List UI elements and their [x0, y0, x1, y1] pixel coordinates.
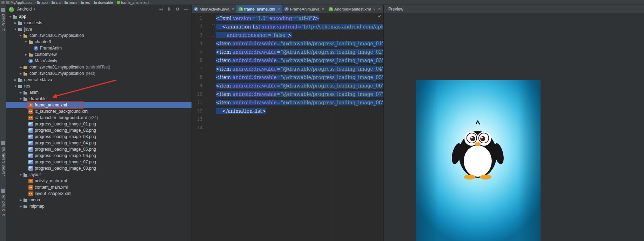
tree-item[interactable]: progress_loading_image_07.png [6, 159, 192, 165]
tree-item[interactable]: ▶customview [6, 51, 192, 58]
tree-item[interactable]: ▶mipmap [6, 203, 192, 209]
breadcrumb-item[interactable]: drawable [94, 0, 113, 5]
close-icon[interactable]: × [277, 7, 280, 11]
xml-file-icon [28, 116, 33, 120]
tree-item[interactable]: ▼com.lzw.cha01.myapplication [6, 32, 192, 39]
code-line[interactable]: 5<item android:drawable="@drawable/progr… [192, 48, 383, 56]
tree-item[interactable]: ▼drawable [6, 96, 192, 102]
breadcrumb-separator: › [35, 1, 36, 4]
breadcrumb-label: frame_anime.xml [121, 0, 149, 5]
project-view-selector[interactable]: Android [17, 7, 32, 12]
settings-icon[interactable]: ⚙ [175, 5, 179, 13]
editor-tab[interactable]: AndroidManifest.xml× [327, 5, 375, 13]
tab-list-icon[interactable]: ≡ [375, 5, 383, 13]
collapse-icon[interactable]: ▼ [24, 40, 28, 44]
expand-icon[interactable]: ▶ [24, 53, 28, 56]
code-line[interactable]: 14 [192, 124, 383, 132]
locate-file-icon[interactable]: ◎ [159, 5, 163, 13]
tree-item[interactable]: layout_chaper3.xml [6, 190, 192, 197]
expand-icon[interactable]: ▶ [18, 72, 23, 75]
close-icon[interactable]: × [232, 7, 234, 11]
tree-item[interactable]: ic_launcher_foreground.xml(v24) [6, 115, 192, 121]
expand-icon[interactable]: ▶ [18, 205, 23, 208]
code-token: android:drawable [233, 58, 277, 63]
tree-item-label: progress_loading_image_01.png [35, 122, 96, 126]
collapse-icon[interactable]: ▼ [18, 34, 23, 37]
collapse-icon[interactable]: ▼ [13, 85, 18, 88]
tree-item-label: com.lzw.cha01.myapplication [29, 71, 84, 76]
android-file-icon [117, 1, 120, 4]
tree-item[interactable]: progress_loading_image_01.png [6, 121, 192, 127]
breadcrumb-item[interactable]: MyApplication [6, 0, 33, 5]
breadcrumb-item[interactable]: app [37, 0, 48, 5]
code-line[interactable]: 13 [192, 115, 383, 124]
code-line[interactable]: 4<item android:drawable="@drawable/progr… [192, 39, 383, 48]
breadcrumb-item[interactable]: main [65, 0, 77, 5]
fold-range-marker[interactable] [212, 24, 215, 37]
editor-tab[interactable]: frame_anime.xml× [236, 5, 282, 13]
tool-window-button[interactable]: 2: Structure [1, 187, 5, 217]
tree-item[interactable]: ▶anim [6, 89, 192, 96]
tree-item[interactable]: ▼java [6, 26, 192, 32]
tree-item[interactable]: MainActivity [6, 58, 192, 64]
code-editor[interactable]: 1<?xml version="1.0" encoding="utf-8"?>2… [192, 13, 383, 241]
package-icon [23, 71, 28, 76]
folder-gen-icon [18, 78, 22, 82]
code-line[interactable]: 9<item android:drawable="@drawable/progr… [192, 82, 383, 90]
tree-item[interactable]: ic_launcher_background.xml [6, 108, 192, 115]
expand-icon[interactable]: ▶ [13, 21, 18, 25]
expand-icon[interactable]: ▶ [18, 91, 23, 94]
tree-item-label: layout_chaper3.xml [35, 191, 71, 196]
editor-tab[interactable]: FrameAnim.java× [282, 5, 327, 13]
expand-icon[interactable]: ▶ [18, 198, 23, 202]
collapse-icon[interactable]: ▼ [18, 97, 23, 100]
expand-icon[interactable]: ▶ [13, 78, 18, 82]
code-token: ="utf-8" [292, 15, 313, 21]
tree-item[interactable]: content_main.xml [6, 184, 192, 190]
close-icon[interactable]: × [322, 7, 324, 11]
tool-window-button[interactable]: Layout Captures [1, 139, 5, 178]
hide-panel-icon[interactable]: — [184, 5, 188, 13]
tree-item[interactable]: ▼app [6, 13, 192, 20]
collapse-icon[interactable]: ▼ [18, 173, 23, 176]
tree-item[interactable]: ▶menu [6, 197, 192, 203]
tree-item[interactable]: ▶generatedJava [6, 77, 192, 83]
collapse-icon[interactable]: ▼ [13, 28, 18, 31]
code-line[interactable]: 2 <animation-list xmlns:android="http://… [192, 22, 383, 31]
tree-item[interactable]: frame_anime.xml [6, 102, 192, 108]
tree-item-label: customview [35, 52, 57, 57]
tree-item[interactable]: progress_loading_image_08.png [6, 165, 192, 171]
tree-item[interactable]: FrameAnim [6, 45, 192, 51]
code-line[interactable]: 6<item android:drawable="@drawable/progr… [192, 56, 383, 65]
chevron-down-icon[interactable]: ▾ [33, 7, 35, 11]
code-line[interactable]: 1<?xml version="1.0" encoding="utf-8"?> [192, 14, 383, 22]
tree-item[interactable]: progress_loading_image_02.png [6, 127, 192, 133]
tree-item[interactable]: ▶com.lzw.cha01.myapplication(test) [6, 70, 192, 77]
breadcrumb-item[interactable]: frame_anime.xml [117, 0, 149, 5]
code-line[interactable]: 12 </animation-list> [192, 107, 383, 115]
code-line[interactable]: 8<item android:drawable="@drawable/progr… [192, 73, 383, 82]
preview-title[interactable]: Preview [388, 7, 403, 12]
editor-tab[interactable]: MainActivity.java× [192, 5, 236, 13]
expand-icon[interactable]: ▶ [18, 66, 23, 69]
tree-item[interactable]: ▶manifests [6, 20, 192, 26]
tree-item[interactable]: ▼layout [6, 171, 192, 178]
tree-item[interactable]: activity_main.xml [6, 178, 192, 184]
tool-window-button[interactable]: 1: Project [1, 6, 5, 32]
code-line[interactable]: 7<item android:drawable="@drawable/progr… [192, 65, 383, 73]
tree-item[interactable]: progress_loading_image_05.png [6, 146, 192, 152]
tree-item[interactable]: progress_loading_image_03.png [6, 133, 192, 140]
tree-item[interactable]: ▼chapter3 [6, 39, 192, 45]
code-line[interactable]: 3 android:oneshot="false"> [192, 31, 383, 39]
left-tool-strip: 1: ProjectLayout Captures2: Structure [0, 5, 6, 241]
tree-item[interactable]: progress_loading_image_06.png [6, 152, 192, 159]
tree-item[interactable]: ▼res [6, 83, 192, 89]
breadcrumb-item[interactable]: res [81, 0, 90, 5]
breadcrumb-item[interactable]: src [52, 0, 61, 5]
tree-item[interactable]: ▶com.lzw.cha01.myapplication(androidTest… [6, 64, 192, 70]
code-line[interactable]: 10<item android:drawable="@drawable/prog… [192, 90, 383, 98]
collapse-icon[interactable]: ▼ [8, 15, 13, 18]
tree-item[interactable]: progress_loading_image_04.png [6, 140, 192, 146]
code-line[interactable]: 11<item android:drawable="@drawable/prog… [192, 98, 383, 107]
sort-icon[interactable]: ⇅ [167, 5, 171, 13]
